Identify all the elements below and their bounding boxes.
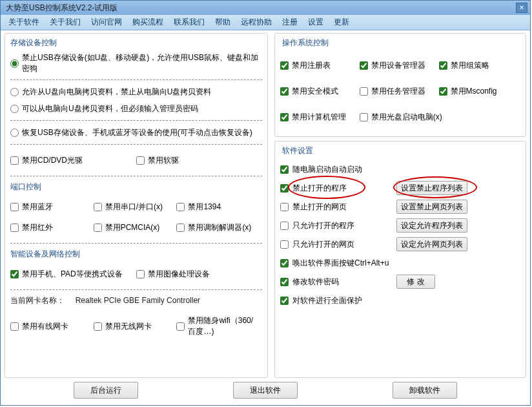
separator [10,176,262,176]
check-block-webpages[interactable] [280,203,289,211]
check-block-webpages-label: 禁止打开的网页 [292,202,347,213]
radio-restore-usb[interactable] [10,129,19,137]
radio-disable-usb-storage[interactable] [10,59,19,68]
check-full-protection-label: 对软件进行全面保护 [292,295,362,306]
nic-row: 当前网卡名称： Realtek PCIe GBE Family Controll… [10,295,262,306]
check-block-programs[interactable] [280,184,289,193]
check-allow-webpages-label: 只允许打开的网页 [292,239,354,250]
check-disable-gpedit[interactable] [439,61,447,70]
close-icon[interactable]: × [516,3,527,13]
check-allow-programs-label: 只允许打开的程序 [292,220,354,231]
check-disable-compmgmt-label: 禁用计算机管理 [292,112,346,123]
radio-disable-usb-storage-label: 禁止USB存储设备(如U盘、移动硬盘)，允许使用USB鼠标、键盘和加密狗 [22,52,262,74]
menu-update[interactable]: 更新 [330,16,353,29]
check-disable-bluetooth-label: 禁用蓝牙 [22,202,53,213]
menu-settings[interactable]: 设置 [304,16,327,29]
menu-about-us[interactable]: 关于我们 [46,16,85,29]
nic-label: 当前网卡名称： [10,296,65,305]
radio-allow-u-to-pc-label: 允许从U盘向电脑拷贝资料，禁止从电脑向U盘拷贝资料 [22,87,211,98]
os-control-group: 操作系统控制 禁用注册表 禁用设备管理器 禁用组策略 禁用安全模式 禁用任务管理… [274,33,526,137]
check-disable-1394[interactable] [176,203,185,211]
storage-title: 存储设备控制 [10,37,262,48]
check-disable-gpedit-label: 禁用组策略 [451,60,489,71]
set-allow-webpage-list-button[interactable]: 设定允许网页列表 [396,237,467,251]
menu-purchase[interactable]: 购买流程 [128,16,167,29]
radio-pc-to-u-pwd-label: 可以从电脑向U盘拷贝资料，但必须输入管理员密码 [22,103,198,114]
check-disable-imaging-label: 禁用图像处理设备 [148,269,210,280]
set-block-program-list-button[interactable]: 设置禁止程序列表 [396,181,467,195]
check-full-protection[interactable] [280,297,289,305]
check-change-password[interactable] [280,278,289,286]
check-disable-infrared[interactable] [10,224,19,232]
check-disable-cdboot-label: 禁用光盘启动电脑(x) [371,112,442,123]
check-disable-phone-pad-label: 禁用手机、PAD等便携式设备 [22,269,123,280]
menu-contact[interactable]: 联系我们 [170,16,209,29]
radio-restore-usb-label: 恢复USB存储设备、手机或蓝牙等设备的使用(可手动点击恢复设备) [22,127,252,138]
check-disable-wired-nic-label: 禁用有线网卡 [22,321,68,332]
radio-pc-to-u-pwd[interactable] [10,105,19,113]
menu-website[interactable]: 访问官网 [87,16,126,29]
check-disable-device-mgr[interactable] [360,61,368,70]
titlebar: 大势至USB控制系统V2.2-试用版 × [1,1,530,15]
check-disable-cddvd-label: 禁用CD/DVD光驱 [22,155,83,166]
check-hotkey-label: 唤出软件界面按键Ctrl+Alt+u [292,258,389,269]
uninstall-button[interactable]: 卸载软件 [393,382,457,399]
change-password-button[interactable]: 修 改 [396,275,435,289]
check-disable-1394-label: 禁用1394 [188,202,221,213]
check-autostart[interactable] [280,165,289,174]
check-disable-taskmgr-label: 禁用任务管理器 [371,86,425,97]
check-block-programs-label: 禁止打开的程序 [292,183,347,194]
check-disable-pcmcia[interactable] [94,224,102,232]
separator [10,289,262,290]
check-disable-serial-label: 禁用串口/并口(x) [105,202,163,213]
check-change-password-label: 修改软件密码 [292,277,339,287]
menu-remote[interactable]: 远程协助 [237,16,276,29]
check-disable-serial[interactable] [94,203,102,211]
menu-help[interactable]: 帮助 [211,16,234,29]
check-disable-bluetooth[interactable] [10,203,19,211]
check-disable-safemode-label: 禁用安全模式 [292,86,338,97]
check-disable-msconfig[interactable] [439,87,447,96]
check-disable-portable-wifi-label: 禁用随身wifi（360/百度…) [188,315,260,337]
separator [10,243,262,244]
check-disable-compmgmt[interactable] [280,113,289,121]
separator [10,144,262,145]
check-disable-phone-pad[interactable] [10,270,19,278]
check-disable-portable-wifi[interactable] [176,322,185,331]
check-allow-programs[interactable] [280,222,289,230]
check-disable-floppy-label: 禁用软驱 [148,155,179,166]
check-disable-taskmgr[interactable] [360,87,368,96]
check-disable-infrared-label: 禁用红外 [22,222,53,233]
check-disable-device-mgr-label: 禁用设备管理器 [371,60,425,71]
check-disable-registry-label: 禁用注册表 [292,60,331,71]
check-allow-webpages[interactable] [280,240,289,249]
sw-title: 软件设置 [280,145,315,156]
check-disable-wired-nic[interactable] [10,322,19,331]
check-disable-wireless-nic-label: 禁用无线网卡 [105,321,152,332]
check-disable-modem[interactable] [176,224,185,232]
check-disable-wireless-nic[interactable] [94,322,102,331]
check-disable-imaging[interactable] [136,270,145,278]
check-disable-cddvd[interactable] [10,156,19,165]
check-hotkey[interactable] [280,259,289,267]
left-panel: 存储设备控制 禁止USB存储设备(如U盘、移动硬盘)，允许使用USB鼠标、键盘和… [5,33,268,378]
check-disable-registry[interactable] [280,61,289,70]
set-allow-program-list-button[interactable]: 设定允许程序列表 [396,218,467,233]
check-disable-floppy[interactable] [136,156,145,165]
check-disable-modem-label: 禁用调制解调器(x) [188,222,251,233]
check-autostart-label: 随电脑启动自动启动 [292,164,362,175]
radio-allow-u-to-pc[interactable] [10,88,19,96]
os-title: 操作系统控制 [280,37,331,48]
check-disable-safemode[interactable] [280,87,289,96]
menu-about-software[interactable]: 关于软件 [5,16,43,29]
separator [10,120,262,121]
set-block-webpage-list-button[interactable]: 设置禁止网页列表 [396,200,467,214]
software-settings-group: 软件设置 随电脑启动自动启动 禁止打开的程序 设置禁止程序列表 禁止打开的网页 … [274,141,526,378]
check-disable-pcmcia-label: 禁用PCMCIA(x) [105,222,160,233]
exit-button[interactable]: 退出软件 [233,382,298,399]
right-panel: 操作系统控制 禁用注册表 禁用设备管理器 禁用组策略 禁用安全模式 禁用任务管理… [274,33,526,378]
run-background-button[interactable]: 后台运行 [74,382,138,399]
window-title: 大势至USB控制系统V2.2-试用版 [3,3,118,14]
menu-register[interactable]: 注册 [278,16,302,29]
check-disable-cdboot[interactable] [360,113,368,121]
